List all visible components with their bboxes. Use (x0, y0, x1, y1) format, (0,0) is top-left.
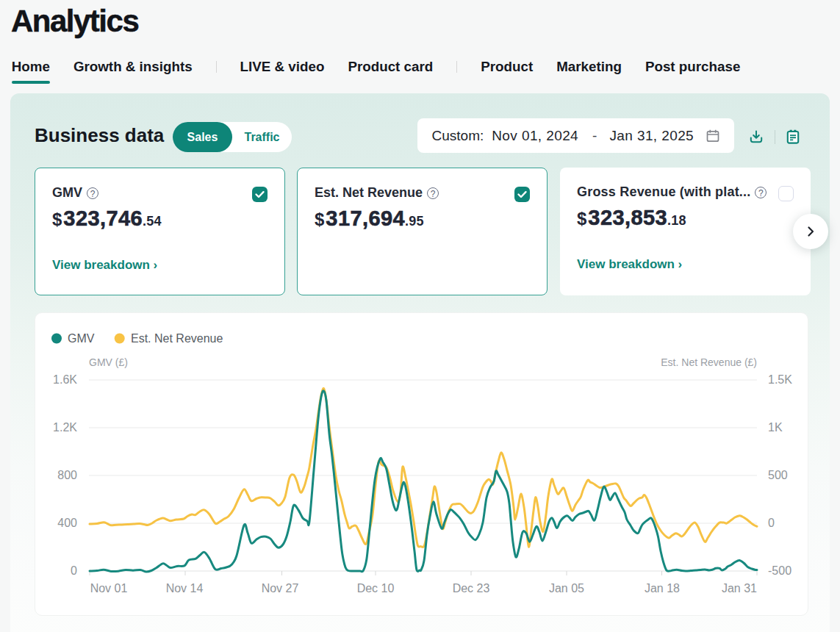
svg-text:400: 400 (57, 517, 77, 529)
svg-text:Jan 05: Jan 05 (549, 582, 584, 595)
svg-text:GMV: GMV (68, 332, 95, 345)
svg-text:500: 500 (768, 469, 788, 481)
svg-text:Dec 10: Dec 10 (357, 582, 395, 595)
svg-text:1.5K: 1.5K (768, 373, 792, 386)
svg-text:1K: 1K (768, 421, 783, 434)
svg-text:Est. Net Revenue (£): Est. Net Revenue (£) (661, 356, 757, 368)
svg-text:GMV (£): GMV (£) (89, 356, 128, 368)
svg-text:1.6K: 1.6K (53, 373, 77, 386)
svg-text:Nov 27: Nov 27 (262, 582, 299, 595)
svg-text:-500: -500 (768, 564, 791, 577)
svg-text:0: 0 (71, 564, 77, 577)
svg-text:Dec 23: Dec 23 (453, 582, 490, 595)
svg-text:1.2K: 1.2K (53, 421, 77, 434)
svg-text:800: 800 (57, 469, 77, 481)
svg-text:Jan 18: Jan 18 (645, 582, 680, 595)
svg-text:Est. Net Revenue: Est. Net Revenue (131, 332, 223, 345)
svg-text:Nov 01: Nov 01 (90, 582, 128, 595)
svg-text:Jan 31: Jan 31 (722, 582, 757, 595)
svg-text:Nov 14: Nov 14 (166, 582, 204, 595)
svg-text:0: 0 (768, 517, 775, 529)
